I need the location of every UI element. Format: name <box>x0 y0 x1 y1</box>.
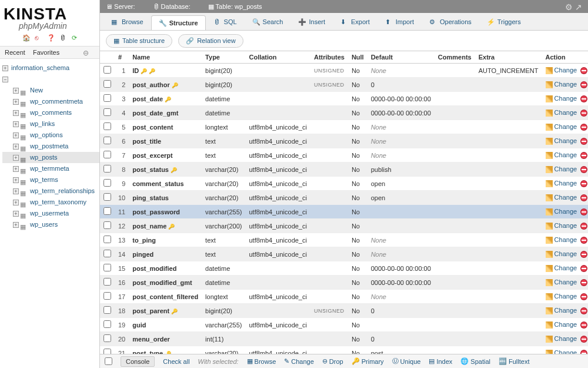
change-link[interactable]: Change <box>554 349 577 354</box>
collapse-icon[interactable]: − <box>2 77 8 82</box>
change-link[interactable]: Change <box>554 236 577 243</box>
row-checkbox[interactable] <box>103 165 111 173</box>
table-link[interactable]: wp_users <box>30 221 58 228</box>
change-link[interactable]: Change <box>554 335 577 342</box>
expand-icon[interactable]: + <box>13 132 19 138</box>
tab-export[interactable]: ⬇Export <box>333 13 377 30</box>
expand-icon[interactable]: + <box>2 65 8 71</box>
row-checkbox[interactable] <box>103 122 111 130</box>
logout-icon[interactable]: ⎋ <box>35 34 43 42</box>
table-link[interactable]: wp_options <box>30 131 63 138</box>
footer-change[interactable]: ✎ Change <box>284 357 314 365</box>
footer-spatial[interactable]: 🌐 Spatial <box>460 357 490 365</box>
change-link[interactable]: Change <box>554 151 577 158</box>
change-link[interactable]: Change <box>554 165 577 173</box>
change-link[interactable]: Change <box>554 279 577 286</box>
crumb-server[interactable]: 🖥 Server: <box>106 3 135 10</box>
footer-checkbox[interactable] <box>105 357 112 365</box>
header-number[interactable]: # <box>115 51 129 64</box>
expand-icon[interactable]: + <box>13 88 19 94</box>
change-link[interactable]: Change <box>554 293 577 300</box>
footer-fulltext[interactable]: 🔤 Fulltext <box>499 357 529 365</box>
change-link[interactable]: Change <box>554 109 577 116</box>
row-checkbox[interactable] <box>103 292 111 300</box>
table-link[interactable]: wp_comments <box>30 109 72 116</box>
footer-primary[interactable]: 🔑 Primary <box>352 357 384 365</box>
row-checkbox[interactable] <box>103 207 111 215</box>
tab-operations[interactable]: ⚙Operations <box>422 13 479 30</box>
expand-icon[interactable]: + <box>13 188 19 194</box>
tab-insert[interactable]: ➕Insert <box>290 13 333 30</box>
reload-icon[interactable]: ⟳ <box>72 34 80 42</box>
row-checkbox[interactable] <box>103 137 111 144</box>
table-link[interactable]: wp_termmeta <box>30 165 69 172</box>
tab-import[interactable]: ⬆Import <box>377 13 422 30</box>
change-link[interactable]: Change <box>554 123 577 130</box>
row-checkbox[interactable] <box>103 151 111 158</box>
collapse-icon[interactable]: ⊖ <box>83 49 89 57</box>
expand-icon[interactable]: + <box>13 177 19 183</box>
expand-icon[interactable]: + <box>13 144 19 150</box>
row-checkbox[interactable] <box>103 250 111 257</box>
home-icon[interactable]: 🏠 <box>22 34 31 42</box>
header-extra[interactable]: Extra <box>475 51 542 64</box>
change-link[interactable]: Change <box>554 208 577 215</box>
expand-icon[interactable]: + <box>13 222 19 228</box>
change-link[interactable]: Change <box>554 95 577 102</box>
header-default[interactable]: Default <box>368 51 435 64</box>
footer-browse[interactable]: ▦ Browse <box>247 357 276 365</box>
table-link[interactable]: wp_posts <box>30 154 57 161</box>
header-collation[interactable]: Collation <box>245 51 310 64</box>
table-link[interactable]: wp_usermeta <box>30 210 69 217</box>
check-all-link[interactable]: Check all <box>163 358 189 365</box>
table-link[interactable]: New <box>30 87 43 94</box>
footer-drop[interactable]: ⊖ Drop <box>322 357 343 365</box>
row-checkbox[interactable] <box>103 193 111 201</box>
tab-browse[interactable]: ▦Browse <box>103 13 151 30</box>
header-null[interactable]: Null <box>348 51 368 64</box>
row-checkbox[interactable] <box>103 66 111 74</box>
change-link[interactable]: Change <box>554 180 577 187</box>
expand-icon[interactable]: + <box>13 155 19 161</box>
row-checkbox[interactable] <box>103 306 111 314</box>
table-link[interactable]: wp_term_taxonomy <box>30 198 86 205</box>
change-link[interactable]: Change <box>554 222 577 229</box>
row-checkbox[interactable] <box>103 320 111 328</box>
change-link[interactable]: Change <box>554 67 577 74</box>
table-structure-pill[interactable]: ▦Table structure <box>106 34 172 48</box>
favorites-tab[interactable]: Favorites <box>33 49 59 56</box>
tab-triggers[interactable]: ⚡Triggers <box>479 13 529 30</box>
console-button[interactable]: Console <box>121 356 155 367</box>
change-link[interactable]: Change <box>554 137 577 144</box>
header-name[interactable]: Name <box>129 51 202 64</box>
expand-icon[interactable]: + <box>13 110 19 116</box>
row-checkbox[interactable] <box>103 264 111 271</box>
docs-icon[interactable]: ❓ <box>47 34 55 42</box>
change-link[interactable]: Change <box>554 250 577 257</box>
header-comments[interactable]: Comments <box>435 51 475 64</box>
row-checkbox[interactable] <box>103 221 111 229</box>
crumb-table[interactable]: ▦ Table: wp_posts <box>208 3 262 11</box>
row-checkbox[interactable] <box>103 80 111 88</box>
change-link[interactable]: Change <box>554 264 577 271</box>
row-checkbox[interactable] <box>103 236 111 243</box>
change-link[interactable]: Change <box>554 81 577 88</box>
table-link[interactable]: wp_term_relationships <box>30 187 95 194</box>
footer-index[interactable]: ▤ Index <box>429 357 452 365</box>
table-link[interactable]: wp_commentmeta <box>30 98 83 105</box>
relation-view-pill[interactable]: 🔗Relation view <box>178 34 243 48</box>
change-link[interactable]: Change <box>554 194 577 201</box>
db-link[interactable]: information_schema <box>11 64 69 71</box>
tab-sql[interactable]: 🛢SQL <box>206 13 245 30</box>
tab-structure[interactable]: 🔧Structure <box>151 15 206 30</box>
footer-unique[interactable]: Ⓤ Unique <box>392 357 421 366</box>
expand-icon[interactable]: + <box>13 121 19 127</box>
change-link[interactable]: Change <box>554 307 577 314</box>
crumb-database[interactable]: 🛢 Database: <box>153 3 191 10</box>
table-link[interactable]: wp_terms <box>30 176 58 183</box>
row-checkbox[interactable] <box>103 179 111 187</box>
gear-icon[interactable]: ⚙ ↗ <box>565 2 582 12</box>
header-type[interactable]: Type <box>202 51 245 64</box>
row-checkbox[interactable] <box>103 334 111 342</box>
sql-icon[interactable]: 🛢 <box>59 34 68 42</box>
